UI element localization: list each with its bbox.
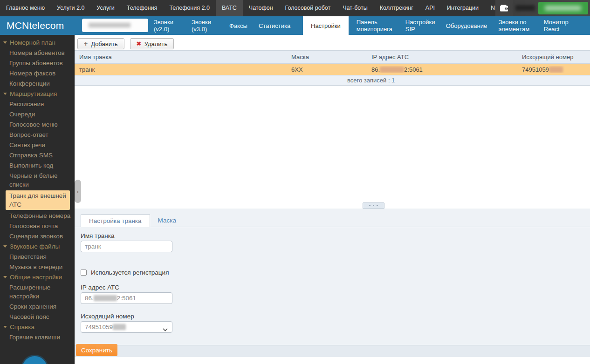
sidebar-item-greetings[interactable]: Приветствия [0,252,74,262]
sidebar: Номерной план Номера абонентов Группы аб… [0,35,75,364]
table-summary-row: всего записей : 1 [75,75,590,86]
sidebar-item-subscriber-numbers[interactable]: Номера абонентов [0,48,74,58]
sidebar-item-advanced-settings[interactable]: Расширенные настройки [0,283,74,301]
tab-faxes[interactable]: Факсы [229,16,251,35]
tab-monitoring-panel[interactable]: Панель мониторинга [357,16,398,35]
topnav-services[interactable]: Услуги [90,0,120,16]
wallet-icon [500,5,509,12]
add-button-label: Добавить [91,40,117,47]
add-button[interactable]: + Добавить [77,38,124,49]
sidebar-item-queue-music[interactable]: Музыка в очереди [0,262,74,272]
sidebar-item-hotkeys[interactable]: Горячие клавиши [0,332,74,342]
plus-icon: + [84,40,88,47]
sidebar-section-number-plan[interactable]: Номерной план [0,38,74,47]
sidebar-item-phone-numbers[interactable]: Телефонные номера [0,211,74,221]
sidebar-menu: Номерной план Номера абонентов Группы аб… [0,35,74,342]
sidebar-item-voicemail[interactable]: Голосовая почта [0,221,74,231]
chevron-down-icon [163,326,168,333]
redacted-text-blur [89,23,130,27]
sidebar-collapse-handle[interactable]: ‹ [75,180,81,203]
sidebar-item-schedules[interactable]: Расписания [0,99,74,109]
sidebar-item-question-answer[interactable]: Вопрос-ответ [0,130,74,140]
tab-settings[interactable]: Настройки [303,16,349,35]
tab-equipment[interactable]: Оборудование [446,16,491,35]
sidebar-item-execute-code[interactable]: Выполнить код [0,161,74,170]
sidebar-item-conferences[interactable]: Конференции [0,79,74,88]
cell-mask: 6XX [287,66,367,73]
topnav-api[interactable]: API [419,0,441,16]
topnav-calltracking[interactable]: Коллтрекинг [374,0,419,16]
wallet-button[interactable] [495,0,513,16]
outgoing-number-select[interactable]: 74951059 [81,321,172,333]
sidebar-section-general-settings[interactable]: Общие настройки [0,272,74,282]
splitter-drag-handle[interactable] [363,202,384,209]
bottom-spacer [75,357,590,364]
sidebar-item-retention-periods[interactable]: Сроки хранения [0,302,74,311]
panel-tabs: Настройка транка Маска [75,215,590,227]
company-name-redacted [82,19,148,32]
sidebar-item-black-white-lists[interactable]: Черные и белые списки [0,171,74,189]
trunk-settings-form: Имя транка транк Используется регистраци… [75,232,590,333]
redacted-number-blur [113,324,126,330]
pbx-ip-label: IP адрес АТС [81,284,590,291]
sidebar-item-timezone[interactable]: Часовой пояс [0,312,74,322]
chevron-down-icon [3,245,7,248]
pbx-ip-input[interactable]: 86.2:5061 [81,292,172,304]
sidebar-item-trunk-external-pbx[interactable]: Транк для внешней АТС [6,190,70,210]
topnav-main-menu[interactable]: Главное меню [0,0,51,16]
main-content: + Добавить ✖ Удалить Имя транка Маска IP… [75,35,590,364]
sidebar-item-fax-numbers[interactable]: Номера факсов [0,68,74,78]
chevron-down-icon [3,276,7,278]
tab-calls-by-elements[interactable]: Звонки по элементам [499,16,536,35]
cell-trunk-name: транк [75,66,287,73]
topnav-services-2[interactable]: Услуги 2.0 [51,0,90,16]
chevron-down-icon [3,326,7,328]
brand-logo[interactable]: MCNtelecom [7,16,64,35]
sidebar-item-queues[interactable]: Очереди [0,109,74,119]
sidebar-section-label: Общие настройки [10,273,62,282]
registration-checkbox[interactable] [81,270,87,276]
sidebar-section-label: Справка [10,323,34,331]
sidebar-item-speech-synthesis[interactable]: Синтез речи [0,140,74,150]
outgoing-number-label: Исходящий номер [81,313,590,320]
tab-calls-v3[interactable]: Звонки (v3.0) [192,16,221,35]
topnav-chatofon[interactable]: Чатофон [243,0,279,16]
topnav-vats[interactable]: ВАТС [216,0,243,16]
topnav-integrations[interactable]: Интеграции [441,0,485,16]
column-header-mask[interactable]: Маска [287,54,367,61]
topnav-telephony[interactable]: Телефония [121,0,164,16]
trunk-name-input[interactable]: транк [81,241,172,252]
save-button[interactable]: Сохранить [76,344,117,356]
tab-sip-settings[interactable]: Настройки SIP [405,16,438,35]
registration-label: Используется регистрация [91,269,169,276]
sidebar-section-help[interactable]: Справка [0,322,74,332]
column-header-pbx-ip[interactable]: IP адрес АТС [367,54,517,61]
record-count-text: всего записей : 1 [347,77,395,84]
topup-button-redacted[interactable] [538,2,588,14]
sidebar-section-sound-files[interactable]: Звуковые файлы [0,242,74,251]
topnav-telephony-2[interactable]: Телефония 2.0 [163,0,215,16]
tab-monitor-react[interactable]: Монитор React [544,16,573,35]
sidebar-item-voice-menu[interactable]: Голосовое меню [0,120,74,129]
ip-value-suffix: 2:5061 [117,295,136,302]
number-value-prefix: 74951059 [85,324,113,330]
topnav-voice-robot[interactable]: Голосовой робот [279,0,337,16]
topnav-chat-bots[interactable]: Чат-боты [336,0,373,16]
chevron-down-icon [3,93,7,95]
delete-button[interactable]: ✖ Удалить [130,38,174,49]
table-row[interactable]: транк 6XX 86.2:5061 74951059 [75,64,590,75]
tab-statistics[interactable]: Статистика [259,16,295,35]
column-header-outgoing-number[interactable]: Исходящий номер [517,54,590,61]
collapse-chevron-icon: ‹ [77,188,79,195]
sidebar-item-send-sms[interactable]: Отправка SMS [0,150,74,160]
sidebar-item-subscriber-groups[interactable]: Группы абонентов [0,58,74,68]
tab-calls-v2[interactable]: Звонки (v2.0) [154,16,184,35]
grid-toolbar: + Добавить ✖ Удалить [75,35,590,50]
sidebar-item-call-scenarios[interactable]: Сценарии звонков [0,231,74,241]
delete-button-label: Удалить [144,40,168,47]
tab-mask[interactable]: Маска [150,215,184,227]
tab-trunk-settings[interactable]: Настройка транка [81,214,150,227]
sidebar-section-routing[interactable]: Маршрутизация [0,89,74,99]
column-header-trunk-name[interactable]: Имя транка [75,54,287,61]
support-chat-button[interactable] [22,356,47,364]
